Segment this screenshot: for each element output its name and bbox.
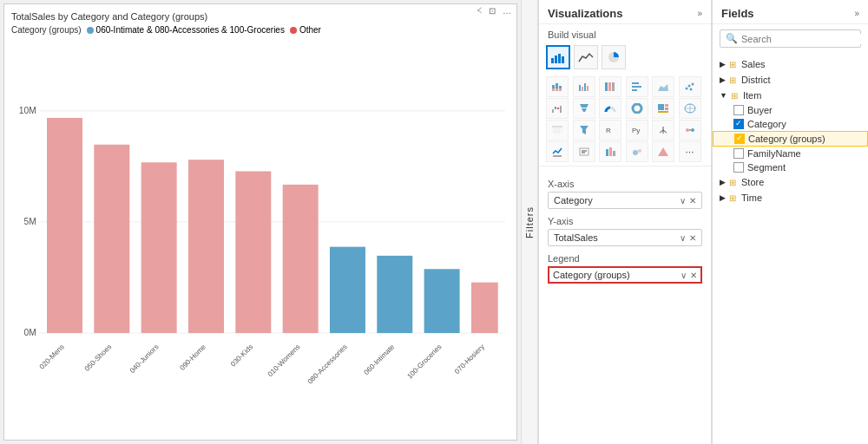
field-item-buyer[interactable]: Buyer bbox=[713, 103, 868, 117]
svg-rect-60 bbox=[658, 104, 664, 110]
viz-icon-kpi[interactable] bbox=[546, 141, 569, 162]
viz-icon-waterfall[interactable] bbox=[546, 98, 569, 119]
y-axis-chevron[interactable]: ∨ bbox=[680, 233, 686, 243]
category-checkbox[interactable] bbox=[733, 119, 744, 129]
viz-icon-table[interactable]: R bbox=[599, 120, 621, 140]
buyer-label: Buyer bbox=[747, 105, 773, 115]
viz-icon-clustered-bar[interactable] bbox=[573, 76, 595, 97]
viz-icon-donut[interactable] bbox=[626, 98, 648, 119]
field-group-time-header[interactable]: ▶ ⊞ Time bbox=[713, 190, 868, 206]
segment-checkbox[interactable] bbox=[733, 162, 744, 173]
search-icon: 🔍 bbox=[726, 33, 738, 44]
fields-expand-icon[interactable]: » bbox=[854, 9, 859, 18]
viz-icon-scatter[interactable] bbox=[679, 76, 701, 97]
viz-icon-filter[interactable] bbox=[573, 120, 595, 140]
svg-marker-89 bbox=[658, 147, 668, 156]
svg-rect-41 bbox=[605, 82, 608, 91]
expand-icon[interactable]: ⊡ bbox=[487, 4, 497, 17]
svg-text:050-Shoes: 050-Shoes bbox=[83, 343, 113, 373]
viz-type-line[interactable] bbox=[574, 45, 598, 69]
category-groups-checkbox[interactable] bbox=[734, 134, 745, 144]
svg-rect-36 bbox=[559, 88, 562, 91]
svg-rect-14 bbox=[235, 172, 271, 334]
viz-icon-ai[interactable] bbox=[679, 120, 701, 140]
field-item-category-groups[interactable]: Category (groups) bbox=[713, 131, 868, 147]
viz-icon-chart[interactable] bbox=[599, 141, 621, 162]
legend-label-other: Other bbox=[299, 25, 321, 35]
svg-rect-40 bbox=[587, 86, 589, 91]
field-group-sales-header[interactable]: ▶ ⊞ Sales bbox=[713, 56, 868, 72]
viz-icon-bubble[interactable] bbox=[626, 141, 648, 162]
familyname-checkbox[interactable] bbox=[733, 148, 744, 159]
viz-icon-stacked-bar[interactable] bbox=[546, 76, 569, 97]
buyer-checkbox[interactable] bbox=[733, 105, 744, 115]
svg-rect-24 bbox=[471, 283, 498, 333]
viz-icon-horiz-bar[interactable] bbox=[626, 76, 648, 97]
viz-icon-map[interactable] bbox=[679, 98, 701, 119]
svg-text:060-Intimate: 060-Intimate bbox=[363, 343, 397, 376]
svg-point-59 bbox=[635, 107, 639, 110]
viz-icon-gauge[interactable] bbox=[599, 98, 621, 119]
svg-rect-27 bbox=[555, 56, 557, 63]
field-item-familyname[interactable]: FamilyName bbox=[713, 147, 868, 160]
viz-top-buttons bbox=[539, 43, 711, 73]
x-axis-chevron[interactable]: ∨ bbox=[680, 196, 686, 206]
viz-icon-text[interactable] bbox=[573, 141, 595, 162]
field-group-district-header[interactable]: ▶ ⊞ District bbox=[713, 72, 868, 88]
time-table-icon: ⊞ bbox=[729, 193, 736, 203]
legend-axis-clear[interactable]: ✕ bbox=[690, 271, 697, 280]
search-input[interactable] bbox=[741, 34, 861, 44]
field-group-district[interactable]: ▶ ⊞ District bbox=[713, 72, 868, 88]
familyname-label: FamilyName bbox=[747, 148, 801, 159]
filters-tab[interactable]: Filters bbox=[521, 0, 538, 444]
store-table-icon: ⊞ bbox=[729, 178, 736, 187]
svg-text:080-Accessories: 080-Accessories bbox=[306, 343, 349, 386]
svg-rect-35 bbox=[559, 86, 562, 88]
x-axis-clear[interactable]: ✕ bbox=[689, 196, 696, 206]
chart-toolbar: ⧼ ⊡ … bbox=[476, 4, 513, 17]
viz-icon-python[interactable]: Py bbox=[626, 120, 648, 140]
x-axis-value[interactable]: Category ∨ ✕ bbox=[548, 192, 702, 209]
y-axis-value[interactable]: TotalSales ∨ ✕ bbox=[548, 229, 702, 246]
svg-rect-63 bbox=[658, 111, 668, 113]
legend-axis-chevron[interactable]: ∨ bbox=[681, 271, 687, 280]
viz-type-pie[interactable] bbox=[602, 45, 626, 69]
viz-icon-decomp[interactable] bbox=[652, 120, 674, 140]
more-icon[interactable]: … bbox=[501, 4, 513, 17]
viz-icon-shape[interactable] bbox=[652, 141, 674, 162]
viz-icon-area[interactable] bbox=[652, 76, 674, 97]
field-group-item-header[interactable]: ▼ ⊞ Item bbox=[713, 88, 868, 103]
viz-icon-100pct-bar[interactable] bbox=[599, 76, 621, 97]
y-axis-icons: ∨ ✕ bbox=[680, 233, 696, 243]
fields-search-box[interactable]: 🔍 bbox=[720, 29, 861, 48]
svg-rect-18 bbox=[330, 247, 365, 333]
filter-icon[interactable]: ⧼ bbox=[476, 4, 483, 17]
svg-text:100-Groceries: 100-Groceries bbox=[405, 343, 443, 381]
field-group-store[interactable]: ▶ ⊞ Store bbox=[713, 174, 868, 190]
y-axis-clear[interactable]: ✕ bbox=[689, 233, 696, 243]
field-group-time[interactable]: ▶ ⊞ Time bbox=[713, 190, 868, 206]
field-item-category[interactable]: Category bbox=[713, 117, 868, 131]
svg-rect-81 bbox=[580, 148, 589, 155]
viz-type-bar[interactable] bbox=[546, 45, 570, 69]
svg-rect-52 bbox=[552, 109, 554, 113]
chart-container: 10M 5M 0M 020-Mens 050-Shoes 040-Juniors… bbox=[11, 40, 510, 409]
legend-axis-value[interactable]: Category (groups) ∨ ✕ bbox=[553, 270, 697, 280]
svg-point-88 bbox=[638, 149, 641, 153]
field-group-store-header[interactable]: ▶ ⊞ Store bbox=[713, 174, 868, 190]
x-axis-label: X-axis bbox=[548, 179, 702, 189]
viz-icon-more[interactable]: ··· bbox=[679, 141, 701, 162]
axis-section: X-axis Category ∨ ✕ Y-axis TotalSales ∨ … bbox=[539, 166, 711, 444]
viz-icon-matrix[interactable] bbox=[546, 120, 569, 140]
svg-line-76 bbox=[660, 130, 663, 133]
build-visual-label: Build visual bbox=[539, 24, 711, 43]
svg-rect-55 bbox=[560, 106, 562, 113]
svg-rect-53 bbox=[555, 107, 556, 109]
field-group-sales[interactable]: ▶ ⊞ Sales bbox=[713, 56, 868, 72]
field-item-segment[interactable]: Segment bbox=[713, 160, 868, 174]
viz-icon-funnel[interactable] bbox=[573, 98, 595, 119]
viz-icon-treemap[interactable] bbox=[652, 98, 674, 119]
viz-expand-icon[interactable]: » bbox=[697, 9, 702, 18]
legend-label-teal: 060-Intimate & 080-Accessories & 100-Gro… bbox=[96, 25, 285, 35]
svg-text:090-Home: 090-Home bbox=[178, 343, 207, 372]
